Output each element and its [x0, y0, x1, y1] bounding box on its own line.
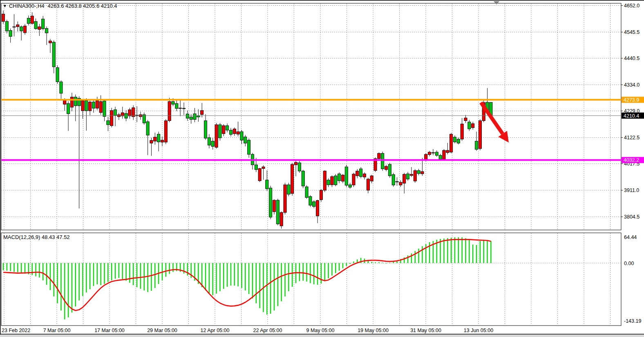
- ohlc-readout: 4263.6 4263.8 4205.6 4210.4: [48, 3, 117, 9]
- chart-title: ▼CHINA300-,H44263.6 4263.8 4205.6 4210.4: [3, 3, 117, 9]
- svg-text:3804.5: 3804.5: [624, 214, 640, 220]
- svg-text:7 Mar 05:00: 7 Mar 05:00: [43, 328, 71, 333]
- svg-text:19 May 05:00: 19 May 05:00: [358, 328, 389, 333]
- svg-text:0.00: 0.00: [624, 261, 634, 266]
- macd-indicator-label: MACD(12,26,9) 48.43 47.52: [3, 234, 70, 240]
- chart-canvas[interactable]: 4652.04545.54440.54334.04229.04122.54017…: [0, 0, 644, 337]
- svg-text:4122.5: 4122.5: [624, 135, 640, 141]
- svg-text:4545.5: 4545.5: [624, 29, 640, 35]
- current-price-tag: 4210.4: [622, 113, 644, 119]
- svg-text:31 May 05:00: 31 May 05:00: [410, 328, 441, 333]
- svg-text:-143.19: -143.19: [624, 318, 641, 324]
- svg-text:4440.5: 4440.5: [624, 56, 640, 61]
- svg-text:9 May 05:00: 9 May 05:00: [306, 328, 335, 333]
- svg-text:17 Mar 05:00: 17 Mar 05:00: [94, 328, 125, 333]
- svg-text:4210.4: 4210.4: [624, 113, 639, 119]
- svg-text:22 Apr 05:00: 22 Apr 05:00: [253, 328, 282, 333]
- symbol-timeframe-label: CHINA300-,H4: [9, 3, 45, 9]
- svg-text:4273.9: 4273.9: [624, 97, 639, 103]
- svg-text:64.44: 64.44: [624, 234, 637, 240]
- svg-text:12 Apr 05:00: 12 Apr 05:00: [201, 328, 230, 333]
- svg-text:4652.0: 4652.0: [624, 3, 640, 9]
- svg-text:13 Jun 05:00: 13 Jun 05:00: [464, 328, 493, 333]
- resistance-price-tag: 4273.9: [622, 97, 644, 103]
- symbol-dropdown-icon[interactable]: ▼: [3, 4, 7, 8]
- svg-text:3911.0: 3911.0: [624, 187, 639, 193]
- svg-text:4032.2: 4032.2: [624, 157, 639, 163]
- bottom-strip: [0, 335, 644, 337]
- support-price-tag: 4032.2: [622, 157, 644, 163]
- svg-text:23 Feb 2022: 23 Feb 2022: [2, 328, 30, 333]
- svg-text:29 Mar 05:00: 29 Mar 05:00: [147, 328, 177, 333]
- trading-chart-window: 4652.04545.54440.54334.04229.04122.54017…: [0, 0, 644, 337]
- svg-text:4334.0: 4334.0: [624, 82, 640, 88]
